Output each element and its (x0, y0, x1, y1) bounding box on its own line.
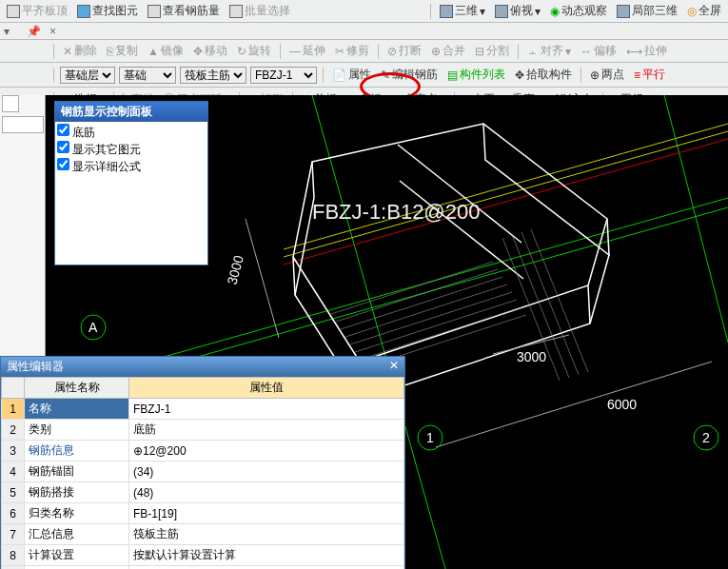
rebar-label: FBZJ-1:B12@200 (312, 200, 480, 224)
edit-rebar-button[interactable]: ✎编辑钢筋 (378, 66, 441, 84)
toolbar-edit: ✕删除 ⎘复制 ▲镜像 ✥移动 ↻旋转 —延伸 ✂修剪 ⊘打断 ⊕合并 ⊟分割 … (0, 40, 728, 63)
toolbar-mini: ▾ 📌 × (0, 23, 728, 40)
layer-select[interactable]: 基础层 (60, 67, 115, 84)
perspective-button[interactable]: 俯视▾ (492, 2, 543, 20)
stretch-button[interactable]: ⟷拉伸 (623, 42, 670, 60)
dim-h1: 3000 (517, 349, 546, 364)
property-row[interactable]: 2类别底筋 (2, 420, 404, 441)
local3d-icon (617, 5, 630, 18)
dropdown-icon[interactable]: ▾ (4, 25, 23, 38)
persp-icon (495, 5, 508, 18)
property-row[interactable]: 6归类名称FB-1[19] (2, 503, 404, 524)
find-icon (77, 5, 90, 18)
rebar-opt-formula[interactable]: 显示详细公式 (57, 158, 206, 175)
fullscreen-button[interactable]: ◎全屏 (684, 2, 724, 20)
property-editor-title: 属性编辑器 (7, 359, 64, 375)
move-button[interactable]: ✥移动 (190, 42, 230, 60)
attributes-button[interactable]: 📄属性 (329, 66, 374, 84)
property-table: 属性名称属性值 1名称FBZJ-12类别底筋3钢筋信息⊕12@2004钢筋锚固(… (1, 377, 404, 569)
find-element-button[interactable]: 查找图元 (74, 2, 141, 20)
break-button[interactable]: ⊘打断 (384, 42, 424, 60)
rebar-opt-other[interactable]: 显示其它图元 (57, 141, 206, 158)
sidebar-search[interactable] (2, 116, 44, 133)
property-row[interactable]: 9节点设置按默认节点设置计算 (2, 566, 404, 570)
offset-button[interactable]: ↔偏移 (578, 42, 620, 60)
pin-icon[interactable]: 📌 (27, 25, 46, 38)
svg-marker-4 (293, 124, 607, 362)
property-row[interactable]: 8计算设置按默认计算设置计算 (2, 545, 404, 566)
local-3d-button[interactable]: 局部三维 (614, 2, 680, 20)
two-point-button[interactable]: ⊕两点 (587, 66, 627, 84)
3d-button[interactable]: 三维▾ (437, 2, 488, 20)
category-select[interactable]: 基础 (119, 67, 176, 84)
align-top-button[interactable]: 平齐板顶 (4, 2, 70, 20)
sidebar-tab[interactable] (2, 95, 19, 112)
property-editor: 属性编辑器 ✕ 属性名称属性值 1名称FBZJ-12类别底筋3钢筋信息⊕12@2… (0, 356, 405, 569)
rebar-panel-title: 钢筋显示控制面板 (55, 102, 207, 122)
property-row[interactable]: 1名称FBZJ-1 (2, 399, 404, 420)
orbit-icon: ◉ (550, 5, 560, 18)
rotate-button[interactable]: ↻旋转 (234, 42, 274, 60)
parallel-button[interactable]: ≡平行 (631, 66, 668, 84)
batch-select-button[interactable]: 批量选择 (226, 2, 293, 20)
member-id-select[interactable]: FBZJ-1 (250, 67, 317, 84)
rebar-opt-bottom[interactable]: 底筋 (57, 124, 206, 141)
merge-button[interactable]: ⊕合并 (428, 42, 468, 60)
property-row[interactable]: 5钢筋搭接(48) (2, 482, 404, 503)
member-list-button[interactable]: ▤构件列表 (444, 66, 508, 84)
view-rebar-button[interactable]: 查看钢筋量 (145, 2, 223, 20)
batch-icon (229, 5, 243, 18)
dynamic-observe-button[interactable]: ◉动态观察 (547, 2, 610, 20)
extend-button[interactable]: —延伸 (286, 42, 328, 60)
dim-vertical: 3000 (224, 253, 246, 285)
property-row[interactable]: 7汇总信息筏板主筋 (2, 524, 404, 545)
delete-button[interactable]: ✕删除 (60, 42, 100, 60)
toolbar-context: 基础层 基础 筏板主筋 FBZJ-1 📄属性 ✎编辑钢筋 ▤构件列表 ✥拾取构件… (0, 63, 728, 88)
col-name: 属性名称 (25, 378, 129, 399)
col-value: 属性值 (129, 378, 404, 399)
close-mini-icon[interactable]: × (49, 25, 69, 38)
mirror-button[interactable]: ▲镜像 (145, 42, 187, 60)
align-icon (7, 5, 20, 18)
split-button[interactable]: ⊟分割 (472, 42, 512, 60)
grid-bubble-1: 1 (426, 430, 434, 445)
rebar-icon (148, 5, 161, 18)
svg-line-20 (436, 362, 712, 447)
svg-line-19 (246, 219, 279, 338)
subcategory-select[interactable]: 筏板主筋 (180, 67, 246, 84)
trim-button[interactable]: ✂修剪 (332, 42, 372, 60)
align-button[interactable]: ⫠对齐▾ (524, 42, 574, 60)
pick-member-button[interactable]: ✥拾取构件 (512, 66, 575, 84)
property-row[interactable]: 3钢筋信息⊕12@200 (2, 441, 404, 461)
property-row[interactable]: 4钢筋锚固(34) (2, 461, 404, 482)
rebar-display-panel: 钢筋显示控制面板 底筋 显示其它图元 显示详细公式 (54, 101, 208, 265)
cube-icon (440, 5, 453, 18)
grid-bubble-2: 2 (702, 430, 710, 445)
fullscreen-icon: ◎ (687, 5, 697, 18)
dim-h2: 6000 (607, 397, 637, 412)
copy-button[interactable]: ⎘复制 (104, 42, 141, 60)
close-icon[interactable]: ✕ (389, 359, 399, 375)
toolbar-view: 平齐板顶 查找图元 查看钢筋量 批量选择 三维▾ 俯视▾ ◉动态观察 局部三维 … (0, 0, 728, 23)
grid-bubble-a: A (89, 320, 98, 335)
